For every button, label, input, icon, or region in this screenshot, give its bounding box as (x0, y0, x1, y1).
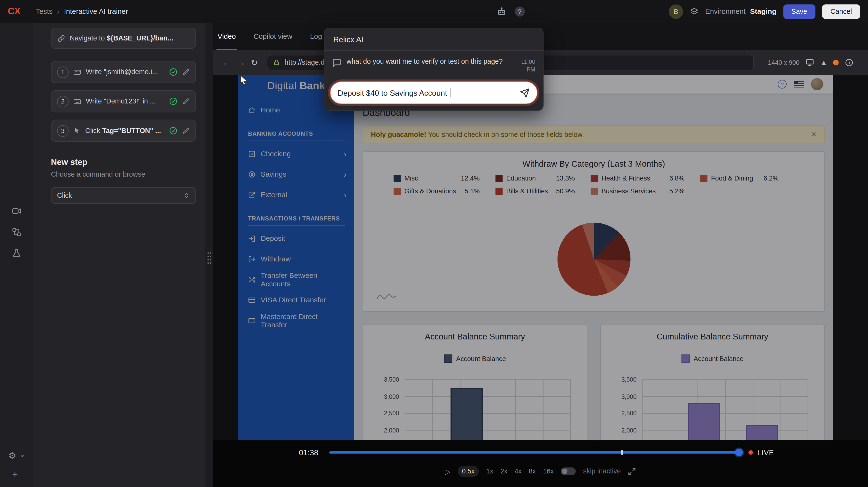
legend-item: Health & Fitness6.8% (590, 175, 700, 182)
monitor-icon[interactable] (806, 58, 814, 67)
assistant-message-row: what do you want me to verify or test on… (324, 51, 543, 78)
play-icon[interactable]: ▷ (445, 467, 451, 475)
navigate-step-card[interactable]: Navigate to ${BASE_URL}/ban... (51, 28, 196, 49)
y-tick: 3,500 (384, 376, 399, 383)
assistant-robot-icon[interactable] (496, 6, 507, 17)
pie-legend: Misc12.4% Education13.3% Health & Fitnes… (363, 175, 824, 195)
link-icon (57, 34, 65, 42)
cancel-button[interactable]: Cancel (822, 4, 860, 19)
save-button[interactable]: Save (783, 4, 815, 19)
breadcrumb: Tests › Interactive AI trainer (36, 7, 128, 16)
bank-nav-deposit[interactable]: Deposit (238, 228, 354, 249)
user-avatar[interactable]: B (669, 4, 683, 19)
step-card-2[interactable]: 2 Write "Demo123!" in ... (51, 90, 196, 113)
info-icon[interactable] (845, 58, 854, 67)
step-label: Click Tag="BUTTON" ... (85, 127, 164, 134)
playback-time: 01:38 (299, 448, 318, 457)
recorded-cursor-icon (240, 75, 248, 87)
bank-nav-external[interactable]: External › (238, 184, 354, 205)
chevron-down-icon[interactable] (20, 453, 26, 459)
video-viewport[interactable]: Digital Bank Home BANKING ACCOUNTS Check… (213, 75, 868, 440)
skip-inactive-toggle[interactable] (561, 467, 576, 475)
chevron-right-icon: › (344, 149, 347, 158)
legend-swatch (682, 355, 690, 363)
ai-command-input[interactable]: Deposit $40 to Savings Account (330, 82, 537, 104)
left-icon-rail: ⚙ + (0, 23, 33, 487)
pointer-icon (73, 127, 81, 134)
panel-resize-handle[interactable] (206, 23, 213, 487)
summary-cards-row: Account Balance Summary Account Balance … (363, 324, 825, 440)
speed-1x-button[interactable]: 1x (486, 467, 493, 475)
bank-nav-withdraw[interactable]: Withdraw (238, 249, 354, 269)
send-icon[interactable] (520, 88, 530, 98)
video-camera-icon[interactable] (11, 206, 22, 216)
step-number: 2 (57, 95, 68, 107)
lock-icon (273, 59, 280, 66)
legend-item: Food & Dining6.2% (700, 175, 794, 182)
bank-sidebar: Digital Bank Home BANKING ACCOUNTS Check… (238, 75, 354, 440)
withdraw-category-card: Withdraw By Category (Last 3 Months) Mis… (363, 151, 825, 312)
breadcrumb-current: Interactive AI trainer (64, 7, 128, 16)
bank-nav-mastercard-transfer[interactable]: Mastercard Direct Transfer (238, 310, 354, 331)
step-card-3[interactable]: 3 Click Tag="BUTTON" ... (51, 120, 196, 142)
tab-video[interactable]: Video (217, 23, 237, 50)
edit-step-icon[interactable] (182, 97, 190, 105)
speed-0-5x-button[interactable]: 0.5x (458, 466, 479, 477)
environment-value[interactable]: Staging (750, 7, 776, 16)
keyboard-icon (73, 97, 82, 105)
cursor-triangle-icon[interactable]: ▲ (820, 58, 827, 66)
select-chevrons-icon (183, 192, 190, 199)
reload-icon[interactable]: ↻ (250, 57, 259, 67)
settings-gear-icon[interactable]: ⚙ (8, 451, 16, 460)
y-tick: 2,000 (384, 427, 399, 433)
speed-2x-button[interactable]: 2x (500, 467, 507, 475)
drag-grip-icon (207, 251, 211, 265)
bank-section-banking-accounts: BANKING ACCOUNTS (248, 130, 345, 141)
recording-dot-icon (833, 60, 839, 65)
alert-close-icon[interactable]: × (811, 129, 816, 139)
bank-nav-visa-transfer[interactable]: VISA Direct Transfer (238, 290, 354, 310)
live-label[interactable]: LIVE (757, 448, 774, 456)
bank-help-icon[interactable]: ? (778, 80, 786, 89)
breadcrumb-tests[interactable]: Tests (36, 7, 53, 16)
speed-8x-button[interactable]: 8x (529, 467, 536, 475)
step-success-check-icon (169, 97, 178, 106)
add-button[interactable]: + (12, 469, 33, 480)
bank-nav-savings[interactable]: Savings › (238, 164, 354, 185)
test-steps-panel: Navigate to ${BASE_URL}/ban... 1 Write "… (33, 23, 206, 487)
timeline-slider[interactable] (330, 451, 743, 454)
y-tick: 3,500 (621, 376, 637, 383)
legend-swatch (444, 355, 452, 363)
forward-icon[interactable]: → (236, 58, 245, 67)
bank-nav-checking[interactable]: Checking › (238, 144, 354, 164)
cumulative-balance-card: Cumulative Balance Summary Account Balan… (600, 324, 825, 440)
command-select[interactable]: Click (51, 187, 196, 204)
speed-16x-button[interactable]: 16x (543, 467, 554, 475)
step-success-check-icon (169, 68, 178, 77)
fullscreen-icon[interactable] (628, 467, 636, 475)
bar (746, 425, 778, 440)
tab-log[interactable]: Log (309, 23, 323, 50)
help-icon[interactable]: ? (515, 6, 525, 17)
edit-step-icon[interactable] (182, 68, 190, 76)
bank-nav-label: VISA Direct Transfer (261, 296, 326, 304)
bar-chart-legend: Account Balance (363, 355, 587, 363)
test-flask-icon[interactable] (11, 248, 22, 258)
relicx-logo[interactable]: CX (8, 6, 20, 17)
timeline-progress (330, 451, 739, 454)
tab-copilot-view[interactable]: Copilot view (252, 23, 293, 50)
navigate-step-text: Navigate to ${BASE_URL}/ban... (70, 34, 173, 42)
credit-card-icon (248, 296, 256, 304)
live-dot-icon (748, 450, 753, 455)
bank-user-avatar[interactable] (811, 78, 823, 90)
playhead[interactable] (735, 449, 743, 456)
bank-nav-label: Deposit (261, 234, 285, 243)
bank-nav-transfer[interactable]: Transfer Between Accounts (238, 269, 354, 290)
speed-4x-button[interactable]: 4x (515, 467, 522, 475)
us-flag-icon[interactable] (794, 81, 804, 88)
workflow-icon[interactable] (11, 227, 22, 237)
new-step-title: New step (51, 157, 196, 167)
back-icon[interactable]: ← (222, 58, 231, 67)
edit-step-icon[interactable] (182, 127, 190, 134)
step-card-1[interactable]: 1 Write "jsmith@demo.i... (51, 61, 196, 83)
